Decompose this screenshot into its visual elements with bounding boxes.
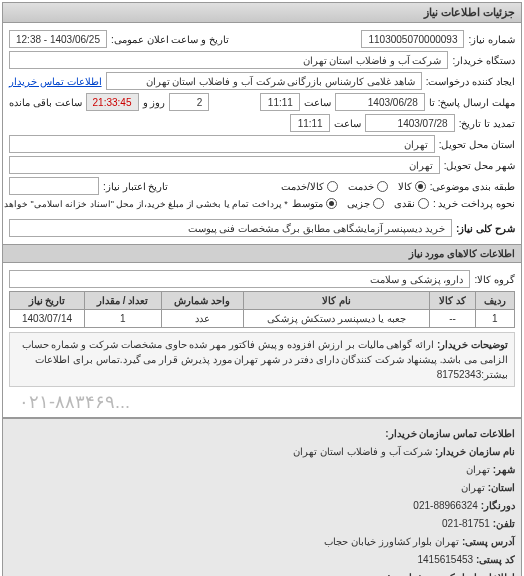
delivery-city-label: شهر محل تحویل: <box>444 160 515 171</box>
td-unit: عدد <box>161 310 243 328</box>
deadline-label: مهلت ارسال پاسخ: تا <box>429 97 515 108</box>
extend-time: 11:11 <box>290 114 330 132</box>
time-label-2: ساعت <box>334 118 361 129</box>
goods-group-label: گروه کالا: <box>474 274 515 285</box>
announce-label: تاریخ و ساعت اعلان عمومی: <box>111 34 229 45</box>
radio-cash-circle <box>418 198 429 209</box>
address-label: آدرس پستی: <box>462 536 515 547</box>
radio-mid-label: متوسط <box>292 198 323 209</box>
th-name: نام کالا <box>243 292 430 310</box>
fax-value: 88966324-021 <box>413 500 478 511</box>
fax-label: دورنگار: <box>481 500 515 511</box>
td-code: -- <box>430 310 475 328</box>
th-qty: تعداد / مقدار <box>84 292 161 310</box>
payment-label: نحوه پرداخت خرید : <box>433 198 515 209</box>
radio-cash[interactable]: نقدی <box>394 198 429 209</box>
time-remain-label: ساعت باقی مانده <box>9 97 82 108</box>
notes-label: توضیحات خریدار: <box>437 339 508 350</box>
goods-section-header: اطلاعات کالاهای مورد نیاز <box>3 244 521 263</box>
deadline-date: 1403/06/28 <box>335 93 425 111</box>
radio-goods-label: کالا <box>398 181 412 192</box>
radio-credit[interactable]: کالا/خدمت <box>281 181 338 192</box>
radio-service-label: خدمت <box>348 181 374 192</box>
desc-value: خرید دیسپنسر آزمایشگاهی مطابق برگ مشخصات… <box>9 219 452 237</box>
radio-goods[interactable]: کالا <box>398 181 426 192</box>
radio-service[interactable]: خدمت <box>348 181 388 192</box>
radio-service-circle <box>377 181 388 192</box>
table-row: 1 -- جعبه یا دیسپنسر دستکش پزشکی عدد 1 1… <box>10 310 515 328</box>
buyer-notes-box: توضیحات خریدار: ارائه گواهی مالیات بر ار… <box>9 332 515 387</box>
delivery-city-value: تهران <box>9 156 440 174</box>
days-and-label: روز و <box>143 97 166 108</box>
need-number-value: 1103005070000093 <box>361 30 464 48</box>
category-radio-group: کالا خدمت کالا/خدمت <box>281 181 426 192</box>
address-value: تهران بلوار کشاورز خیابان حجاب <box>324 536 459 547</box>
payment-note: * پرداخت تمام یا بخشی از مبلغ خرید،از مح… <box>0 199 288 209</box>
postal-value: 1415615453 <box>417 554 473 565</box>
org-label: نام سازمان خریدار: <box>435 446 515 457</box>
radio-credit-circle <box>327 181 338 192</box>
radio-partial-label: جزیی <box>347 198 370 209</box>
panel-title: جزئیات اطلاعات نیاز <box>3 3 521 23</box>
desc-label: شرح کلی نیاز: <box>456 223 515 234</box>
radio-mid-circle <box>326 198 337 209</box>
delivery-province-label: استان محل تحویل: <box>439 139 515 150</box>
need-number-label: شماره نیاز: <box>468 34 515 45</box>
contact-link[interactable]: اطلاعات تماس خریدار <box>9 76 102 87</box>
creator-section-title: اطلاعات ایجاد کننده درخواست: <box>9 569 515 576</box>
goods-group-value: دارو، پزشکی و سلامت <box>9 270 470 288</box>
td-name: جعبه یا دیسپنسر دستکش پزشکی <box>243 310 430 328</box>
credit-date-label: تاریخ اعتبار نیاز: <box>103 181 168 192</box>
requester-value: شاهد غلامی کارشناس بازرگانی شرکت آب و فا… <box>106 72 422 90</box>
extend-date: 1403/07/28 <box>365 114 455 132</box>
radio-partial[interactable]: جزیی <box>347 198 384 209</box>
contact-title: اطلاعات تماس سازمان خریدار: <box>9 425 515 443</box>
postal-label: کد پستی: <box>476 554 515 565</box>
details-panel: جزئیات اطلاعات نیاز شماره نیاز: 11030050… <box>2 2 522 576</box>
province-label: استان: <box>488 482 515 493</box>
main-fields-section: شماره نیاز: 1103005070000093 تاریخ و ساع… <box>3 23 521 244</box>
notes-text: ارائه گواهی مالیات بر ارزش افزوده و پیش … <box>22 339 508 380</box>
watermark-text: ۰۲۱-۸۸۳۴۶۹... <box>9 391 515 413</box>
category-label: طبقه بندی موضوعی: <box>430 181 515 192</box>
radio-partial-circle <box>373 198 384 209</box>
time-label-1: ساعت <box>304 97 331 108</box>
td-qty: 1 <box>84 310 161 328</box>
org-value: شرکت آب و فاضلاب استان تهران <box>293 446 432 457</box>
deadline-time: 11:11 <box>260 93 300 111</box>
buyer-device-label: دستگاه خریدار: <box>452 55 515 66</box>
city-label: شهر: <box>493 464 515 475</box>
th-row: ردیف <box>475 292 514 310</box>
buyer-device-value: شرکت آب و فاضلاب استان تهران <box>9 51 448 69</box>
announce-value: 1403/06/25 - 12:38 <box>9 30 107 48</box>
th-code: کد کالا <box>430 292 475 310</box>
requester-label: ایجاد کننده درخواست: <box>426 76 515 87</box>
delivery-province-value: تهران <box>9 135 435 153</box>
city-value: تهران <box>466 464 490 475</box>
radio-mid[interactable]: متوسط <box>292 198 337 209</box>
phone-label: تلفن: <box>493 518 515 529</box>
th-unit: واحد شمارش <box>161 292 243 310</box>
time-remain: 21:33:45 <box>86 93 139 111</box>
radio-credit-label: کالا/خدمت <box>281 181 324 192</box>
extend-label: تمدید تا تاریخ: <box>459 118 515 129</box>
days-remain: 2 <box>169 93 209 111</box>
radio-goods-circle <box>415 181 426 192</box>
province-value: تهران <box>461 482 485 493</box>
goods-table: ردیف کد کالا نام کالا واحد شمارش تعداد /… <box>9 291 515 328</box>
contact-section: اطلاعات تماس سازمان خریدار: نام سازمان خ… <box>3 417 521 576</box>
phone-value: 81751-021 <box>442 518 490 529</box>
td-row: 1 <box>475 310 514 328</box>
credit-date-value <box>9 177 99 195</box>
td-date: 1403/07/14 <box>10 310 85 328</box>
th-date: تاریخ نیاز <box>10 292 85 310</box>
table-header-row: ردیف کد کالا نام کالا واحد شمارش تعداد /… <box>10 292 515 310</box>
payment-radio-group: نقدی جزیی متوسط <box>292 198 429 209</box>
radio-cash-label: نقدی <box>394 198 415 209</box>
